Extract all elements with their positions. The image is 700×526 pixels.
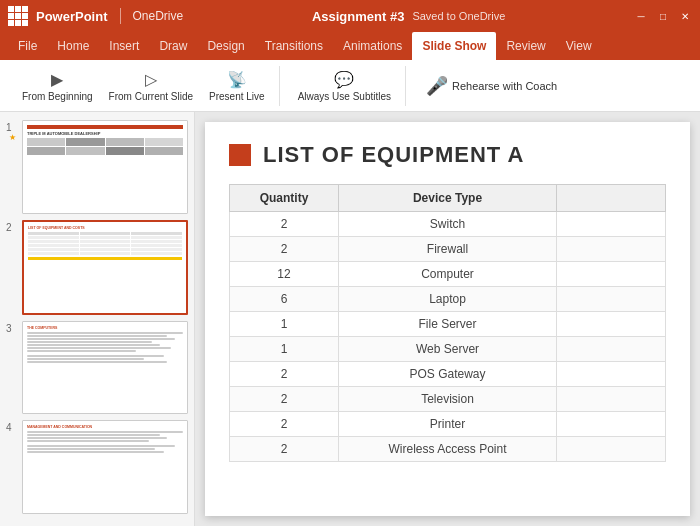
tab-slide-show[interactable]: Slide Show <box>412 32 496 60</box>
slide-heading-text: LIST OF EQUIPMENT A <box>263 142 524 168</box>
slide-thumb-2[interactable]: LIST OF EQUIPMENT AND COSTS <box>22 220 188 315</box>
slide3-title-preview: THE COMPUTERS <box>27 326 183 330</box>
from-current-icon: ▷ <box>145 70 157 89</box>
tab-insert[interactable]: Insert <box>99 32 149 60</box>
device-8: Television <box>339 387 557 412</box>
qty-10: 2 <box>230 437 339 462</box>
slide-number-3: 3 <box>6 321 18 334</box>
table-row: 6 Laptop <box>230 287 666 312</box>
subtitles-label: Always Use Subtitles <box>298 91 391 102</box>
maximize-button[interactable]: □ <box>656 9 670 23</box>
always-use-subtitles-button[interactable]: 💬 Always Use Subtitles <box>292 67 397 105</box>
table-row: 2 Switch <box>230 212 666 237</box>
table-row: 2 Television <box>230 387 666 412</box>
device-1: Switch <box>339 212 557 237</box>
title-bar: PowerPoint OneDrive Assignment #3 Saved … <box>0 0 700 32</box>
tab-draw[interactable]: Draw <box>149 32 197 60</box>
slide-canvas: LIST OF EQUIPMENT A Quantity Device Type… <box>205 122 690 516</box>
tab-view[interactable]: View <box>556 32 602 60</box>
slide-thumb-4[interactable]: MANAGEMENT AND COMMUNICATION <box>22 420 188 514</box>
table-row: 12 Computer <box>230 262 666 287</box>
qty-8: 2 <box>230 387 339 412</box>
app-name: PowerPoint <box>36 9 108 24</box>
rehearse-coach-button[interactable]: 🎤 Rehearse with Coach <box>418 71 565 101</box>
save-status: Saved to OneDrive <box>412 10 505 22</box>
device-7: POS Gateway <box>339 362 557 387</box>
device-3: Computer <box>339 262 557 287</box>
device-2: Firewall <box>339 237 557 262</box>
waffle-icon[interactable] <box>8 6 28 26</box>
extra-3 <box>557 262 666 287</box>
from-beginning-button[interactable]: ▶ From Beginning <box>16 67 99 105</box>
document-title: Assignment #3 <box>312 9 404 24</box>
tab-design[interactable]: Design <box>197 32 254 60</box>
slide-number-2: 2 <box>6 220 18 233</box>
slide-thumb-1[interactable]: TRIPLE M AUTOMOBILE DEALERSHIP <box>22 120 188 214</box>
from-current-slide-button[interactable]: ▷ From Current Slide <box>103 67 199 105</box>
extra-7 <box>557 362 666 387</box>
slide-thumb-row-4: 4 MANAGEMENT AND COMMUNICATION <box>6 420 188 514</box>
qty-3: 12 <box>230 262 339 287</box>
ribbon-commands: ▶ From Beginning ▷ From Current Slide 📡 … <box>0 60 700 112</box>
rehearse-group: 🎤 Rehearse with Coach <box>410 66 573 106</box>
extra-4 <box>557 287 666 312</box>
main-area: 1 ★ TRIPLE M AUTOMOBILE DEALERSHIP <box>0 112 700 526</box>
device-9: Printer <box>339 412 557 437</box>
minimize-button[interactable]: ─ <box>634 9 648 23</box>
slide-thumb-row-3: 3 THE COMPUTERS <box>6 321 188 415</box>
table-row: 2 Firewall <box>230 237 666 262</box>
from-beginning-label: From Beginning <box>22 91 93 102</box>
cloud-service-label: OneDrive <box>133 9 184 23</box>
subtitles-icon: 💬 <box>334 70 354 89</box>
set-up-group: 💬 Always Use Subtitles <box>284 66 406 106</box>
from-beginning-icon: ▶ <box>51 70 63 89</box>
col-header-device-type: Device Type <box>339 185 557 212</box>
col-header-quantity: Quantity <box>230 185 339 212</box>
slide-thumb-3[interactable]: THE COMPUTERS <box>22 321 188 415</box>
title-separator <box>120 8 121 24</box>
tab-transitions[interactable]: Transitions <box>255 32 333 60</box>
slide-panel: 1 ★ TRIPLE M AUTOMOBILE DEALERSHIP <box>0 112 195 526</box>
slide-star-1: ★ <box>9 133 16 142</box>
slide-thumb-row-1: 1 ★ TRIPLE M AUTOMOBILE DEALERSHIP <box>6 120 188 214</box>
rehearse-icon: 🎤 <box>426 75 448 97</box>
close-button[interactable]: ✕ <box>678 9 692 23</box>
tab-home[interactable]: Home <box>47 32 99 60</box>
slide1-title-preview: TRIPLE M AUTOMOBILE DEALERSHIP <box>27 131 183 136</box>
table-row: 1 File Server <box>230 312 666 337</box>
heading-accent-square <box>229 144 251 166</box>
present-live-icon: 📡 <box>227 70 247 89</box>
extra-5 <box>557 312 666 337</box>
extra-1 <box>557 212 666 237</box>
table-row: 2 Printer <box>230 412 666 437</box>
slide4-title-preview: MANAGEMENT AND COMMUNICATION <box>27 425 183 429</box>
main-slide-area: LIST OF EQUIPMENT A Quantity Device Type… <box>195 112 700 526</box>
from-current-label: From Current Slide <box>109 91 193 102</box>
table-row: 2 POS Gateway <box>230 362 666 387</box>
device-6: Web Server <box>339 337 557 362</box>
rehearse-label: Rehearse with Coach <box>452 80 557 92</box>
slide-number-4: 4 <box>6 420 18 433</box>
extra-2 <box>557 237 666 262</box>
present-live-label: Present Live <box>209 91 265 102</box>
extra-10 <box>557 437 666 462</box>
start-slideshow-group: ▶ From Beginning ▷ From Current Slide 📡 … <box>8 66 280 106</box>
ribbon-tabs: File Home Insert Draw Design Transitions… <box>0 32 700 60</box>
table-row: 1 Web Server <box>230 337 666 362</box>
device-5: File Server <box>339 312 557 337</box>
extra-8 <box>557 387 666 412</box>
device-4: Laptop <box>339 287 557 312</box>
present-live-button[interactable]: 📡 Present Live <box>203 67 271 105</box>
col-header-extra <box>557 185 666 212</box>
tab-file[interactable]: File <box>8 32 47 60</box>
qty-5: 1 <box>230 312 339 337</box>
extra-9 <box>557 412 666 437</box>
slide-heading-row: LIST OF EQUIPMENT A <box>229 142 666 168</box>
tab-review[interactable]: Review <box>496 32 555 60</box>
tab-animations[interactable]: Animations <box>333 32 412 60</box>
qty-1: 2 <box>230 212 339 237</box>
equipment-table: Quantity Device Type 2 Switch 2 <box>229 184 666 462</box>
qty-7: 2 <box>230 362 339 387</box>
device-10: Wireless Access Point <box>339 437 557 462</box>
qty-6: 1 <box>230 337 339 362</box>
